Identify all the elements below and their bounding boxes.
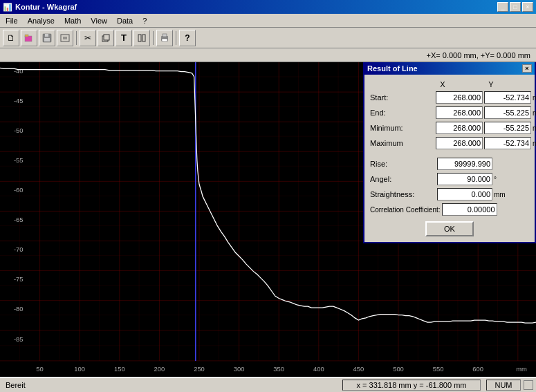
- chart-area: -40 -45 -50 -55 -60 -65 -70 -75 -80 -85 …: [0, 62, 536, 377]
- start-label: Start:: [370, 93, 436, 102]
- minimum-y-input[interactable]: [484, 122, 531, 134]
- status-resize-handle[interactable]: [524, 380, 533, 390]
- svg-rect-9: [104, 35, 109, 40]
- end-row: End: mm: [370, 106, 529, 119]
- maximum-x-input[interactable]: [436, 137, 483, 149]
- correlation-input[interactable]: [442, 203, 497, 216]
- svg-text:-60: -60: [14, 186, 24, 194]
- svg-text:200: 200: [154, 365, 165, 373]
- angel-label: Angel:: [370, 175, 436, 183]
- status-ready: Bereit: [3, 381, 342, 389]
- line-button[interactable]: [133, 30, 150, 46]
- svg-text:550: 550: [433, 365, 444, 373]
- help-button[interactable]: ?: [179, 30, 196, 46]
- menu-data[interactable]: Data: [113, 15, 137, 26]
- toolbar: 🗋 ✂ T ?: [0, 28, 536, 48]
- maximum-unit: mm: [531, 140, 536, 147]
- angel-row: Angel: °: [370, 173, 529, 185]
- export-button[interactable]: [57, 30, 73, 46]
- correlation-row: Correlation Coefficient:: [370, 203, 529, 216]
- svg-rect-3: [44, 38, 50, 41]
- new-button[interactable]: 🗋: [3, 30, 19, 46]
- svg-rect-13: [163, 34, 167, 37]
- svg-text:mm: mm: [516, 365, 527, 373]
- straightness-unit: mm: [492, 191, 505, 198]
- svg-text:150: 150: [114, 365, 125, 373]
- minimize-button[interactable]: _: [497, 2, 508, 12]
- minimum-x-input[interactable]: [436, 122, 483, 134]
- svg-text:-55: -55: [14, 156, 24, 164]
- svg-text:-40: -40: [14, 67, 24, 75]
- svg-text:100: 100: [74, 365, 85, 373]
- title-bar-left: 📊 Kontur - Wkagraf: [3, 3, 77, 12]
- svg-rect-11: [142, 35, 145, 41]
- svg-text:-65: -65: [14, 216, 24, 223]
- status-mode: NUM: [486, 380, 521, 391]
- save-button[interactable]: [39, 30, 55, 46]
- maximize-button[interactable]: □: [510, 2, 521, 12]
- menu-file[interactable]: File: [1, 15, 22, 26]
- correlation-label: Correlation Coefficient:: [370, 206, 441, 214]
- col-header-x: X: [418, 80, 467, 88]
- svg-rect-1: [25, 35, 28, 37]
- svg-text:-50: -50: [14, 127, 24, 134]
- start-y-input[interactable]: [484, 91, 531, 104]
- svg-rect-14: [162, 39, 167, 41]
- straightness-row: Straightness: mm: [370, 188, 529, 200]
- svg-rect-10: [138, 35, 141, 41]
- dialog-col-headers: X Y: [370, 80, 529, 88]
- dialog-content: X Y Start: mm End: mm: [364, 75, 535, 242]
- straightness-input[interactable]: [437, 188, 492, 200]
- end-x-input[interactable]: [436, 106, 483, 119]
- ok-button[interactable]: OK: [425, 221, 474, 236]
- rise-row: Rise:: [370, 158, 529, 170]
- dialog-title: Result of Line: [367, 64, 418, 73]
- svg-text:-45: -45: [14, 97, 24, 104]
- title-bar-buttons[interactable]: _ □ ×: [497, 2, 533, 12]
- end-label: End:: [370, 109, 436, 117]
- svg-rect-4: [45, 34, 48, 37]
- rise-input[interactable]: [437, 158, 492, 170]
- menu-analyse[interactable]: Analyse: [24, 15, 59, 26]
- angel-unit: °: [492, 176, 505, 183]
- svg-text:-80: -80: [14, 305, 24, 312]
- maximum-y-input[interactable]: [484, 137, 531, 149]
- start-x-input[interactable]: [436, 91, 483, 104]
- svg-text:450: 450: [353, 365, 364, 373]
- svg-text:-85: -85: [14, 335, 24, 342]
- end-unit: mm: [531, 109, 536, 117]
- minimum-row: Minimum: mm: [370, 122, 529, 134]
- toolbar-separator-3: [176, 31, 176, 45]
- close-button[interactable]: ×: [522, 2, 533, 12]
- angel-input[interactable]: [437, 173, 492, 185]
- svg-text:-70: -70: [14, 245, 24, 253]
- title-bar: 📊 Kontur - Wkagraf _ □ ×: [0, 0, 536, 14]
- svg-text:400: 400: [313, 365, 324, 373]
- menu-help[interactable]: ?: [138, 15, 151, 26]
- cut-button[interactable]: ✂: [80, 30, 96, 46]
- open-button[interactable]: [21, 30, 37, 46]
- svg-text:500: 500: [393, 365, 404, 373]
- svg-text:250: 250: [194, 365, 205, 373]
- start-unit: mm: [531, 94, 536, 102]
- start-row: Start: mm: [370, 91, 529, 104]
- minimum-unit: mm: [531, 124, 536, 132]
- svg-rect-5: [61, 35, 69, 41]
- straightness-label: Straightness:: [370, 190, 436, 198]
- copy-button[interactable]: [98, 30, 114, 46]
- text-button[interactable]: T: [115, 30, 132, 46]
- dialog-separator: [370, 152, 529, 158]
- print-button[interactable]: [156, 30, 173, 46]
- app-icon: 📊: [3, 3, 12, 12]
- dialog-close-button[interactable]: ×: [522, 64, 532, 73]
- toolbar-separator-2: [153, 31, 154, 45]
- menu-math[interactable]: Math: [60, 15, 85, 26]
- minimum-label: Minimum:: [370, 124, 436, 132]
- dialog-title-bar[interactable]: Result of Line ×: [364, 62, 535, 75]
- col-header-y: Y: [467, 80, 515, 88]
- window-title: Kontur - Wkagraf: [15, 3, 77, 11]
- end-y-input[interactable]: [484, 106, 531, 119]
- dialog-ok-row: OK: [370, 221, 529, 236]
- coord-display: +X= 0.000 mm, +Y= 0.000 mm: [427, 51, 530, 59]
- menu-view[interactable]: View: [86, 15, 111, 26]
